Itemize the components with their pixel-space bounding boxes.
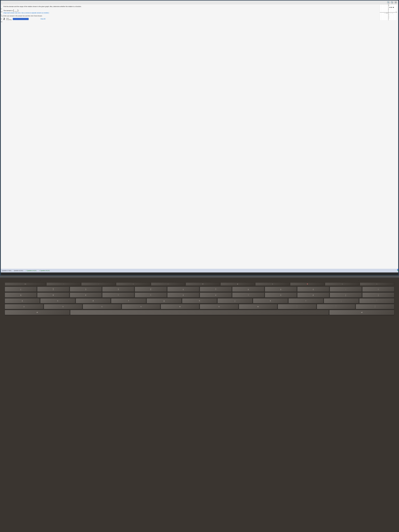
external-link-icon[interactable]: ↗ [394, 1, 397, 4]
parts-labels: parts remaining [6, 18, 12, 20]
tab-18-label: Question 18 (0/1) [14, 270, 23, 271]
key-bracket-close[interactable]: }] [362, 292, 394, 298]
key-e[interactable]: e [70, 292, 102, 298]
key-esc[interactable]: esc [5, 283, 46, 286]
laptop-screen: 🔍 🔍 ↗ cs ary s Tips ss ols [0, 0, 399, 277]
number-row: !1 @2 #3 $4 %5 ^6 &7 *8 (9 )0 _- += [5, 287, 394, 292]
svg-point-22 [391, 7, 392, 8]
laptop-bezel [0, 277, 399, 278]
check-mark-20: ✓ [39, 270, 40, 271]
sidebar-label-tips: s Tips [1, 14, 3, 17]
key-m[interactable]: m [239, 304, 277, 309]
key-l[interactable]: l [288, 298, 323, 303]
search-icon[interactable]: 🔍 [387, 1, 390, 4]
key-space[interactable] [70, 310, 329, 315]
tab-question-20[interactable]: ✓ Question 20 (1/1) [39, 270, 50, 271]
key-alt-right[interactable]: alt [329, 310, 394, 315]
key-o[interactable]: o [265, 292, 297, 298]
key-z[interactable]: z [5, 304, 43, 309]
key-9[interactable]: (9 [265, 287, 297, 292]
domain-label: The domain is [3, 10, 13, 11]
key-mute[interactable]: 🔇 [290, 283, 325, 286]
key-vol-down[interactable]: ◁ [325, 283, 359, 286]
sidebar-label-cs: cs [1, 8, 3, 10]
key-1[interactable]: !1 [5, 287, 37, 292]
sidebar-label-ss: ss [1, 18, 3, 19]
key-minus[interactable]: _- [330, 287, 362, 292]
answer-instruction: Enter your answer in the answer box and … [3, 15, 396, 17]
tab-question-17[interactable]: Question 17 (0/1) [2, 270, 11, 271]
tab-20-label: Question 20 (1/1) [40, 270, 50, 271]
key-d[interactable]: d [76, 298, 111, 303]
key-j[interactable]: j [217, 298, 252, 303]
key-w[interactable]: w [37, 292, 69, 298]
key-bracket-open[interactable]: {[ [330, 292, 362, 298]
tab-question-19[interactable]: ✓ Question 19 (1/1) [26, 270, 36, 271]
main-content: cs ary s Tips ss ols [1, 4, 398, 269]
key-3[interactable]: #3 [70, 287, 102, 292]
parts-number: 2 [3, 17, 5, 20]
key-8[interactable]: *8 [232, 287, 264, 292]
key-comma[interactable]: <, [278, 304, 316, 309]
clear-all-button[interactable]: Clear All [40, 18, 45, 20]
svg-text:y: y [389, 5, 389, 6]
key-t[interactable]: t [135, 292, 167, 298]
period: . [19, 10, 19, 11]
key-fwd[interactable]: → [81, 283, 116, 286]
key-g[interactable]: g [147, 298, 182, 303]
key-slash[interactable]: ?/ [356, 304, 394, 309]
key-semicolon[interactable]: :; [324, 298, 359, 303]
coordinate-graph: x y -6 -4 -6 -4 -2 2 4 6 4 2 -2 -4 [380, 5, 397, 20]
key-h[interactable]: h [182, 298, 217, 303]
key-a[interactable]: a [5, 298, 40, 303]
key-b[interactable]: b [161, 304, 199, 309]
key-5[interactable]: %5 [135, 287, 167, 292]
key-x[interactable]: x [44, 304, 82, 309]
search-icon-2[interactable]: 🔍 [391, 1, 393, 4]
curly-brace-close: } [18, 9, 18, 12]
key-6[interactable]: ^6 [167, 287, 199, 292]
key-y[interactable]: y [167, 292, 199, 298]
answer-input-placeholder [14, 10, 17, 12]
key-4[interactable]: $4 [102, 287, 134, 292]
svg-text:x: x [396, 11, 396, 12]
key-s[interactable]: s [40, 298, 75, 303]
key-c[interactable]: c [83, 304, 121, 309]
key-7[interactable]: &7 [200, 287, 232, 292]
chrome-icon[interactable] [397, 269, 398, 271]
key-2[interactable]: @2 [37, 287, 69, 292]
key-period[interactable]: >. [317, 304, 355, 309]
key-alt-left[interactable]: alt [5, 310, 70, 315]
domain-instruction: (Type each answer only once. Use a comma… [3, 12, 396, 14]
key-n[interactable]: n [200, 304, 238, 309]
key-i[interactable]: i [232, 292, 264, 298]
asdf-row: a s d f g h j k l :; "' [5, 298, 394, 303]
top-bar: 🔍 🔍 ↗ [1, 0, 398, 4]
key-p[interactable]: p [297, 292, 329, 298]
key-v[interactable]: v [122, 304, 160, 309]
key-windows[interactable]: ⊞ [186, 283, 220, 286]
key-k[interactable]: k [253, 298, 288, 303]
svg-point-21 [390, 7, 390, 8]
graph-container: x y -6 -4 -6 -4 -2 2 4 6 4 2 -2 -4 [380, 5, 397, 20]
key-brightness-down[interactable]: ◐ [221, 283, 255, 286]
answer-progress-bar [13, 18, 29, 20]
key-quote[interactable]: "' [359, 298, 394, 303]
key-u[interactable]: u [200, 292, 232, 298]
key-fullscreen[interactable]: □ [151, 283, 185, 286]
key-back[interactable]: ← [46, 283, 81, 286]
key-refresh[interactable]: e [116, 283, 151, 286]
key-0[interactable]: )0 [297, 287, 329, 292]
key-vol-up[interactable]: ▷ [360, 283, 394, 286]
svg-point-23 [393, 7, 394, 8]
key-f[interactable]: f [111, 298, 146, 303]
key-r[interactable]: r [102, 292, 134, 298]
svg-text:-4: -4 [387, 13, 388, 14]
domain-line: The domain is { } . [3, 9, 396, 12]
tab-question-18[interactable]: Question 18 (0/1) [14, 270, 23, 271]
sidebar-label-ols: ols [1, 21, 3, 22]
key-brightness-up[interactable]: ● [255, 283, 290, 286]
key-plus[interactable]: += [362, 287, 394, 292]
key-q[interactable]: q [5, 292, 37, 298]
parts-label: parts [6, 18, 12, 19]
